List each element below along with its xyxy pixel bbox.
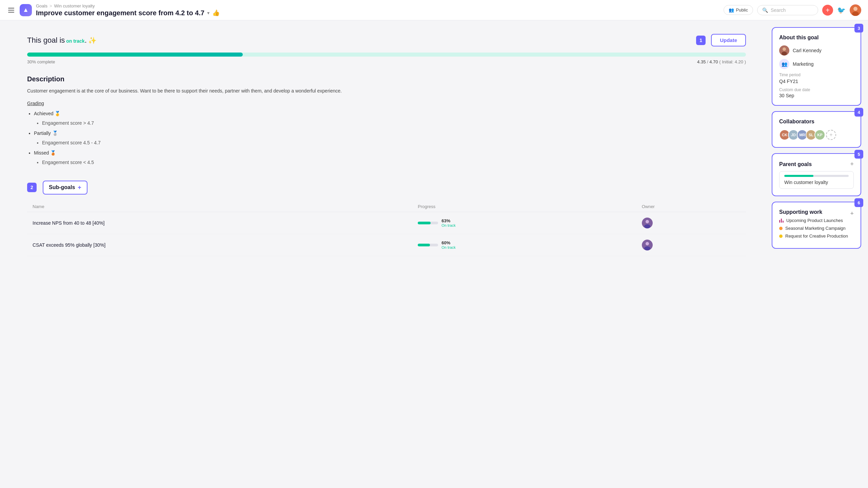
mini-progress-fill <box>418 244 430 246</box>
svg-point-1 <box>853 7 857 11</box>
status-text: This goal is on track. ✨ <box>27 36 97 45</box>
subgoals-button[interactable]: Sub-goals + <box>43 181 87 195</box>
about-card: 3 About this goal Carl Kennedy 👥 Marketi… <box>772 27 861 106</box>
support-item[interactable]: Seasonal Marketing Campaign <box>779 226 854 231</box>
update-button[interactable]: Update <box>711 34 746 46</box>
header-left: ▲ Goals > Win customer loyalty Improve c… <box>7 3 724 17</box>
svg-point-5 <box>644 224 650 228</box>
support-item[interactable]: Upcoming Product Launches <box>779 218 854 223</box>
table-row[interactable]: CSAT exceeds 95% globally [30%] 60% On t… <box>27 234 746 256</box>
parent-goals-add-button[interactable]: + <box>850 161 854 168</box>
progress-pct: 63% <box>441 218 456 223</box>
progress-values: 4.35 / 4.70 ( Initial: 4.20 ) <box>697 59 746 64</box>
support-item-label: Upcoming Product Launches <box>786 218 843 223</box>
parent-goal-name: Win customer loyalty <box>784 180 849 185</box>
team-row: 👥 Marketing <box>779 59 854 69</box>
add-collaborator-button[interactable]: + <box>826 130 836 140</box>
step-5-badge: 5 <box>854 150 863 159</box>
page-title-wrap: Improve customer engagement score from 4… <box>36 9 220 17</box>
support-dot-orange <box>779 227 783 230</box>
breadcrumb-separator: > <box>50 3 52 8</box>
title-dropdown-icon[interactable]: ▾ <box>207 10 210 16</box>
step-2-badge: 2 <box>27 183 37 192</box>
progress-bar-background <box>27 53 746 57</box>
support-bar-icon <box>779 219 784 223</box>
public-label: Public <box>736 7 748 13</box>
grading-sublist: Engagement score > 4.7 <box>34 118 746 128</box>
col-progress: Progress <box>412 201 636 212</box>
col-owner: Owner <box>636 201 746 212</box>
layout: This goal is on track. ✨ 1 Update 30% co… <box>0 20 868 488</box>
support-dot-yellow <box>779 235 783 238</box>
svg-point-8 <box>644 246 650 250</box>
support-item-label: Request for Creative Production <box>785 233 848 239</box>
progress-pct: 60% <box>441 240 456 245</box>
owner-avatar <box>642 218 653 228</box>
mini-progress-bg <box>418 244 438 246</box>
owner-name: Carl Kennedy <box>793 48 822 53</box>
progress-cell: 63% On track <box>412 212 636 234</box>
breadcrumb-current: Win customer loyalty <box>54 3 95 8</box>
parent-goal-progress-bar <box>784 175 849 177</box>
progress-container: 30% complete 4.35 / 4.70 ( Initial: 4.20… <box>27 53 746 64</box>
search-placeholder: Search <box>771 7 786 13</box>
title-like-icon[interactable]: 👍 <box>212 9 220 17</box>
step-1-badge: 1 <box>696 36 706 45</box>
list-item: Achieved 🥇 Engagement score > 4.7 <box>34 109 746 128</box>
parent-goals-header: Parent goals + <box>779 161 854 168</box>
search-box[interactable]: 🔍 Search <box>757 5 818 15</box>
mini-progress-bg <box>418 222 438 224</box>
main-content: This goal is on track. ✨ 1 Update 30% co… <box>0 20 766 488</box>
on-track-label: On track <box>441 245 456 249</box>
supporting-work-header: Supporting work + <box>779 209 854 218</box>
public-icon: 👥 <box>729 7 734 13</box>
custom-due-label: Custom due date <box>779 87 854 92</box>
parent-goal-item[interactable]: Win customer loyalty <box>779 171 854 189</box>
add-button[interactable]: + <box>822 5 833 16</box>
grading-link[interactable]: Grading <box>27 101 746 106</box>
grading-sublist: Engagement score < 4.5 <box>34 158 746 167</box>
app-logo: ▲ <box>20 4 32 16</box>
list-item: Missed 🥉 Engagement score < 4.5 <box>34 148 746 167</box>
notification-icon[interactable]: 🐦 <box>837 6 846 14</box>
subgoals-header: 2 Sub-goals + <box>27 181 746 195</box>
due-date: 30 Sep <box>779 93 854 98</box>
breadcrumb-goals[interactable]: Goals <box>36 3 47 8</box>
status-prefix: This goal is <box>27 36 65 44</box>
grading-sublist: Engagement score 4.5 - 4.7 <box>34 138 746 147</box>
progress-cell-inner: 63% On track <box>418 218 631 227</box>
owner-cell <box>636 212 746 234</box>
subgoals-table-body: Increase NPS from 40 to 48 [40%] 63% On … <box>27 212 746 256</box>
hamburger-menu[interactable] <box>7 6 16 14</box>
subgoals-label: Sub-goals <box>49 184 75 190</box>
user-avatar[interactable] <box>850 4 861 16</box>
support-item[interactable]: Request for Creative Production <box>779 233 854 239</box>
progress-cell: 60% On track <box>412 234 636 256</box>
progress-info: 63% On track <box>441 218 456 227</box>
status-value: on track <box>66 38 84 44</box>
progress-cell-inner: 60% On track <box>418 240 631 249</box>
grading-list: Achieved 🥇 Engagement score > 4.7 Partia… <box>27 109 746 167</box>
time-period-label: Time period <box>779 73 854 77</box>
svg-point-10 <box>783 47 786 51</box>
list-item: Partially 🥈 Engagement score 4.5 - 4.7 <box>34 128 746 147</box>
collab-avatar: KP <box>814 129 825 140</box>
owner-avatar <box>642 240 653 250</box>
progress-bar-fill <box>27 53 243 57</box>
subgoals-table-head: Name Progress Owner <box>27 201 746 212</box>
list-item: Engagement score > 4.7 <box>42 118 746 128</box>
supporting-work-add-button[interactable]: + <box>850 210 854 217</box>
header-right: 👥 Public 🔍 Search + 🐦 <box>724 4 861 16</box>
svg-point-7 <box>646 242 649 245</box>
table-row[interactable]: Increase NPS from 40 to 48 [40%] 63% On … <box>27 212 746 234</box>
update-section: 1 Update <box>696 34 746 46</box>
mini-progress-fill <box>418 222 431 224</box>
parent-goals-title: Parent goals <box>779 161 812 167</box>
on-track-label: On track <box>441 223 456 227</box>
supporting-work-title: Supporting work <box>779 209 822 215</box>
table-header-row: Name Progress Owner <box>27 201 746 212</box>
team-icon: 👥 <box>779 59 789 69</box>
owner-avatar <box>779 45 789 56</box>
public-button[interactable]: 👥 Public <box>724 5 753 15</box>
parent-goal-fill <box>784 175 813 177</box>
